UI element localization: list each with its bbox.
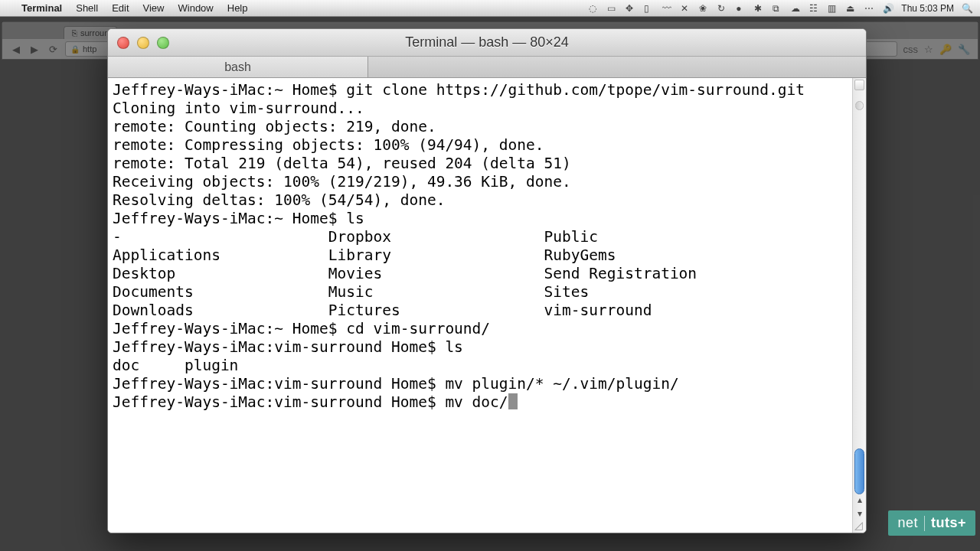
window-zoom-button[interactable] [157,37,169,49]
scrollbar-thumb[interactable] [854,448,864,494]
mobile-icon[interactable]: ▯ [644,3,655,14]
terminal-cursor [508,393,518,409]
menu-edit[interactable]: Edit [112,2,129,14]
window-title: Terminal — bash — 80×24 [108,34,866,51]
spotlight-icon[interactable]: 🔍 [962,3,972,14]
terminal-tabbar: bash [108,57,866,78]
terminal-scrollbar[interactable]: ▴ ▾ ◿ [852,78,866,533]
window-minimize-button[interactable] [137,37,149,49]
leaf-icon[interactable]: ● [736,3,746,14]
menu-window[interactable]: Window [178,2,214,14]
monitor-icon[interactable]: ▥ [828,3,838,14]
eject-icon[interactable]: ⏏ [846,3,857,14]
menu-view[interactable]: View [143,2,165,14]
move-icon[interactable]: ✥ [626,3,636,14]
menu-help[interactable]: Help [227,2,248,14]
menu-shell[interactable]: Shell [76,2,98,14]
copy-icon[interactable]: ⧉ [773,3,783,14]
traffic-lights [117,37,169,49]
badge-seg2: tuts+ [931,515,966,531]
terminal-window[interactable]: Terminal — bash — 80×24 bash Jeffrey-Way… [107,28,867,533]
refresh-icon[interactable]: ↻ [717,3,728,14]
display-icon[interactable]: ▭ [607,3,618,14]
chat-icon[interactable]: ☷ [809,3,820,14]
close-icon[interactable]: ✕ [681,3,691,14]
macos-menubar: Terminal Shell Edit View Window Help ◌ ▭… [0,0,980,17]
spinner-icon: ◌ [589,3,599,14]
dots-icon[interactable]: ⋯ [864,3,875,14]
scrollbar-top-icon[interactable] [854,80,864,90]
window-close-button[interactable] [117,37,129,49]
globe-icon[interactable]: ❀ [699,3,710,14]
terminal-tab[interactable]: bash [108,57,368,77]
terminal-output[interactable]: Jeffrey-Ways-iMac:~ Home$ git clone http… [108,78,852,533]
window-resize-handle-icon[interactable]: ◿ [854,521,865,532]
watermark-badge: net tuts+ [888,510,975,536]
badge-seg1: net [897,515,918,531]
app-name[interactable]: Terminal [21,2,62,14]
scrollbar-up-icon[interactable]: ▴ [853,494,866,508]
fan-icon[interactable]: ✱ [754,3,765,14]
terminal-tab-label: bash [224,60,251,74]
menubar-extras: ◌ ▭ ✥ ▯ 〰 ✕ ❀ ↻ ● ✱ ⧉ ☁ ☷ ▥ ⏏ ⋯ 🔊 Thu 5:… [589,3,972,14]
volume-icon[interactable]: 🔊 [883,3,893,14]
window-titlebar[interactable]: Terminal — bash — 80×24 [108,29,866,57]
scrollbar-knob-icon [855,101,864,110]
wave-icon[interactable]: 〰 [662,3,673,14]
cloud-icon[interactable]: ☁ [791,3,802,14]
menubar-clock[interactable]: Thu 5:03 PM [901,3,954,14]
